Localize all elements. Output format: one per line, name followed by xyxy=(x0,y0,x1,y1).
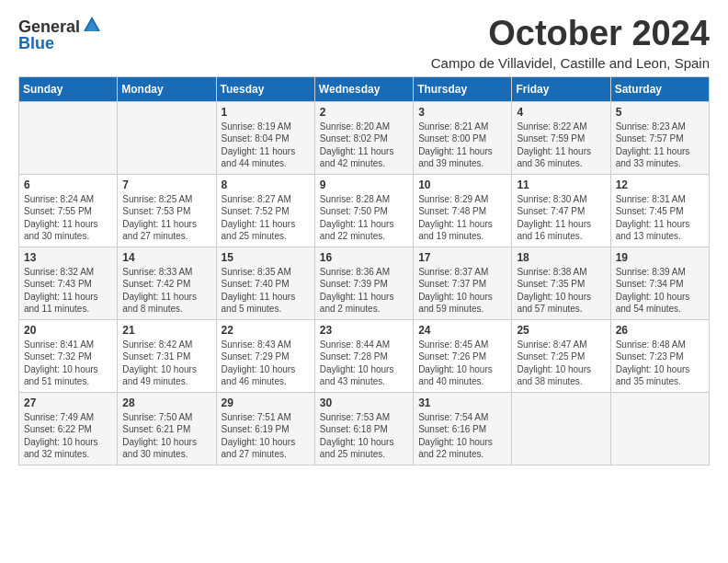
cell-details: Sunrise: 7:50 AM Sunset: 6:21 PM Dayligh… xyxy=(122,411,210,461)
calendar-cell: 4Sunrise: 8:22 AM Sunset: 7:59 PM Daylig… xyxy=(512,101,610,174)
calendar-cell: 29Sunrise: 7:51 AM Sunset: 6:19 PM Dayli… xyxy=(216,392,314,465)
header-row: Sunday Monday Tuesday Wednesday Thursday… xyxy=(19,76,710,101)
day-number: 8 xyxy=(222,178,310,191)
calendar-cell: 13Sunrise: 8:32 AM Sunset: 7:43 PM Dayli… xyxy=(19,247,118,319)
calendar-cell: 22Sunrise: 8:43 AM Sunset: 7:29 PM Dayli… xyxy=(216,319,314,392)
header-saturday: Saturday xyxy=(610,76,709,101)
day-number: 31 xyxy=(418,396,506,409)
cell-details: Sunrise: 8:31 AM Sunset: 7:45 PM Dayligh… xyxy=(616,193,704,243)
calendar-header: Sunday Monday Tuesday Wednesday Thursday… xyxy=(19,76,710,101)
day-number: 18 xyxy=(517,251,605,264)
cell-details: Sunrise: 8:23 AM Sunset: 7:57 PM Dayligh… xyxy=(616,121,704,170)
calendar-cell: 14Sunrise: 8:33 AM Sunset: 7:42 PM Dayli… xyxy=(118,247,216,319)
cell-details: Sunrise: 8:47 AM Sunset: 7:25 PM Dayligh… xyxy=(517,339,605,388)
day-number: 1 xyxy=(222,106,310,119)
day-number: 25 xyxy=(517,324,605,337)
day-number: 2 xyxy=(320,106,408,119)
calendar-cell: 5Sunrise: 8:23 AM Sunset: 7:57 PM Daylig… xyxy=(610,101,709,174)
page-header: General Blue October 2024 Campo de Villa… xyxy=(18,15,710,71)
calendar-cell: 10Sunrise: 8:29 AM Sunset: 7:48 PM Dayli… xyxy=(414,174,512,247)
cell-details: Sunrise: 8:44 AM Sunset: 7:28 PM Dayligh… xyxy=(320,339,408,388)
cell-details: Sunrise: 8:32 AM Sunset: 7:43 PM Dayligh… xyxy=(24,266,112,316)
day-number: 22 xyxy=(222,324,310,337)
calendar-cell: 19Sunrise: 8:39 AM Sunset: 7:34 PM Dayli… xyxy=(610,247,709,319)
day-number: 21 xyxy=(122,324,210,337)
cell-details: Sunrise: 8:19 AM Sunset: 8:04 PM Dayligh… xyxy=(222,121,310,170)
cell-details: Sunrise: 7:49 AM Sunset: 6:22 PM Dayligh… xyxy=(24,411,112,461)
day-number: 5 xyxy=(616,106,704,119)
day-number: 24 xyxy=(418,324,506,337)
calendar-cell: 12Sunrise: 8:31 AM Sunset: 7:45 PM Dayli… xyxy=(610,174,709,247)
cell-details: Sunrise: 8:27 AM Sunset: 7:52 PM Dayligh… xyxy=(222,193,310,243)
day-number: 29 xyxy=(222,396,310,409)
logo-icon xyxy=(82,15,102,35)
cell-details: Sunrise: 8:24 AM Sunset: 7:55 PM Dayligh… xyxy=(24,193,112,243)
calendar-cell: 23Sunrise: 8:44 AM Sunset: 7:28 PM Dayli… xyxy=(314,319,413,392)
header-friday: Friday xyxy=(512,76,610,101)
calendar-week-3: 13Sunrise: 8:32 AM Sunset: 7:43 PM Dayli… xyxy=(19,247,710,319)
day-number: 19 xyxy=(616,251,704,264)
cell-details: Sunrise: 8:42 AM Sunset: 7:31 PM Dayligh… xyxy=(122,339,210,388)
calendar-cell: 15Sunrise: 8:35 AM Sunset: 7:40 PM Dayli… xyxy=(216,247,314,319)
cell-details: Sunrise: 8:28 AM Sunset: 7:50 PM Dayligh… xyxy=(320,193,408,243)
calendar-cell xyxy=(610,392,709,465)
cell-details: Sunrise: 8:36 AM Sunset: 7:39 PM Dayligh… xyxy=(320,266,408,316)
calendar-cell: 11Sunrise: 8:30 AM Sunset: 7:47 PM Dayli… xyxy=(512,174,610,247)
calendar-cell: 16Sunrise: 8:36 AM Sunset: 7:39 PM Dayli… xyxy=(314,247,413,319)
day-number: 4 xyxy=(517,106,605,119)
day-number: 16 xyxy=(320,251,408,264)
cell-details: Sunrise: 8:39 AM Sunset: 7:34 PM Dayligh… xyxy=(616,266,704,316)
day-number: 17 xyxy=(418,251,506,264)
cell-details: Sunrise: 8:45 AM Sunset: 7:26 PM Dayligh… xyxy=(418,339,506,388)
calendar-cell: 8Sunrise: 8:27 AM Sunset: 7:52 PM Daylig… xyxy=(216,174,314,247)
header-wednesday: Wednesday xyxy=(314,76,413,101)
cell-details: Sunrise: 7:54 AM Sunset: 6:16 PM Dayligh… xyxy=(418,411,506,461)
logo: General Blue xyxy=(18,18,102,52)
calendar-cell: 6Sunrise: 8:24 AM Sunset: 7:55 PM Daylig… xyxy=(19,174,118,247)
day-number: 9 xyxy=(320,178,408,191)
location-subtitle: Campo de Villavidel, Castille and Leon, … xyxy=(431,55,710,71)
logo-blue-text: Blue xyxy=(18,35,54,52)
calendar-week-4: 20Sunrise: 8:41 AM Sunset: 7:32 PM Dayli… xyxy=(19,319,710,392)
day-number: 12 xyxy=(616,178,704,191)
day-number: 7 xyxy=(122,178,210,191)
cell-details: Sunrise: 8:30 AM Sunset: 7:47 PM Dayligh… xyxy=(517,193,605,243)
calendar-cell: 2Sunrise: 8:20 AM Sunset: 8:02 PM Daylig… xyxy=(314,101,413,174)
calendar-table: Sunday Monday Tuesday Wednesday Thursday… xyxy=(18,76,710,465)
calendar-body: 1Sunrise: 8:19 AM Sunset: 8:04 PM Daylig… xyxy=(19,101,710,465)
day-number: 26 xyxy=(616,324,704,337)
day-number: 13 xyxy=(24,251,112,264)
day-number: 20 xyxy=(24,324,112,337)
day-number: 11 xyxy=(517,178,605,191)
calendar-cell: 26Sunrise: 8:48 AM Sunset: 7:23 PM Dayli… xyxy=(610,319,709,392)
calendar-cell xyxy=(19,101,118,174)
calendar-cell: 27Sunrise: 7:49 AM Sunset: 6:22 PM Dayli… xyxy=(19,392,118,465)
cell-details: Sunrise: 8:25 AM Sunset: 7:53 PM Dayligh… xyxy=(122,193,210,243)
header-monday: Monday xyxy=(118,76,216,101)
cell-details: Sunrise: 8:21 AM Sunset: 8:00 PM Dayligh… xyxy=(418,121,506,170)
cell-details: Sunrise: 8:29 AM Sunset: 7:48 PM Dayligh… xyxy=(418,193,506,243)
day-number: 10 xyxy=(418,178,506,191)
calendar-cell: 31Sunrise: 7:54 AM Sunset: 6:16 PM Dayli… xyxy=(414,392,512,465)
calendar-cell: 17Sunrise: 8:37 AM Sunset: 7:37 PM Dayli… xyxy=(414,247,512,319)
calendar-cell: 24Sunrise: 8:45 AM Sunset: 7:26 PM Dayli… xyxy=(414,319,512,392)
day-number: 15 xyxy=(222,251,310,264)
calendar-cell: 9Sunrise: 8:28 AM Sunset: 7:50 PM Daylig… xyxy=(314,174,413,247)
day-number: 28 xyxy=(122,396,210,409)
calendar-cell: 1Sunrise: 8:19 AM Sunset: 8:04 PM Daylig… xyxy=(216,101,314,174)
header-thursday: Thursday xyxy=(414,76,512,101)
calendar-week-1: 1Sunrise: 8:19 AM Sunset: 8:04 PM Daylig… xyxy=(19,101,710,174)
cell-details: Sunrise: 8:35 AM Sunset: 7:40 PM Dayligh… xyxy=(222,266,310,316)
calendar-cell: 3Sunrise: 8:21 AM Sunset: 8:00 PM Daylig… xyxy=(414,101,512,174)
calendar-cell: 21Sunrise: 8:42 AM Sunset: 7:31 PM Dayli… xyxy=(118,319,216,392)
cell-details: Sunrise: 8:33 AM Sunset: 7:42 PM Dayligh… xyxy=(122,266,210,316)
day-number: 14 xyxy=(122,251,210,264)
cell-details: Sunrise: 8:41 AM Sunset: 7:32 PM Dayligh… xyxy=(24,339,112,388)
month-title: October 2024 xyxy=(431,15,710,53)
calendar-cell: 30Sunrise: 7:53 AM Sunset: 6:18 PM Dayli… xyxy=(314,392,413,465)
calendar-cell: 7Sunrise: 8:25 AM Sunset: 7:53 PM Daylig… xyxy=(118,174,216,247)
day-number: 3 xyxy=(418,106,506,119)
calendar-cell: 28Sunrise: 7:50 AM Sunset: 6:21 PM Dayli… xyxy=(118,392,216,465)
title-area: October 2024 Campo de Villavidel, Castil… xyxy=(431,15,710,71)
header-tuesday: Tuesday xyxy=(216,76,314,101)
